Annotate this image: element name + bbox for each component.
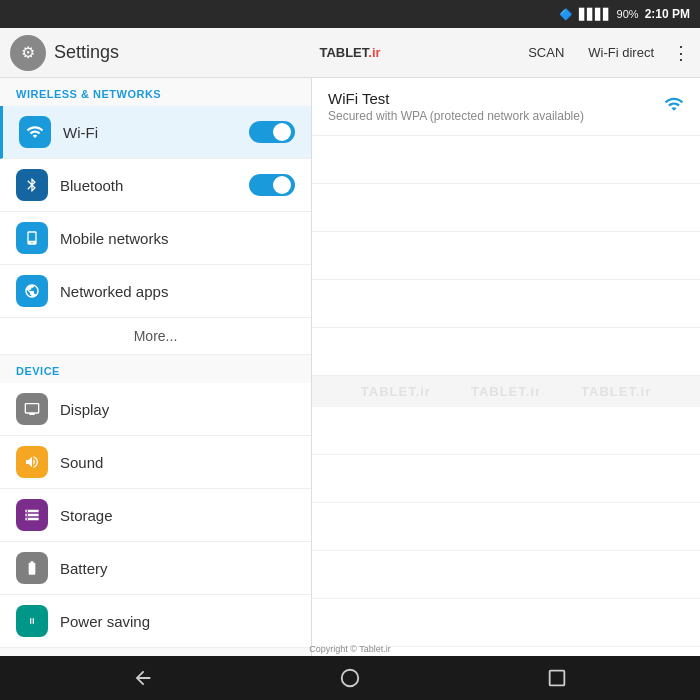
bottom-navigation: Copyright © Tablet.ir <box>0 656 700 700</box>
networked-apps-icon <box>16 275 48 307</box>
sidebar-item-storage[interactable]: Storage <box>0 489 311 542</box>
sound-icon <box>16 446 48 478</box>
content-spacer-3 <box>312 232 700 280</box>
sidebar-item-sound[interactable]: Sound <box>0 436 311 489</box>
wifi-network-item[interactable]: WiFi Test Secured with WPA (protected ne… <box>312 78 700 136</box>
sidebar-item-bluetooth-label: Bluetooth <box>60 177 249 194</box>
app-title-area: ⚙ Settings <box>10 35 522 71</box>
bluetooth-icon <box>16 169 48 201</box>
status-bar: 🔷 ▋▋▋▋ 90% 2:10 PM <box>0 0 700 28</box>
copyright-text: Copyright © Tablet.ir <box>309 644 391 654</box>
sidebar-item-mobile-networks[interactable]: Mobile networks <box>0 212 311 265</box>
display-icon <box>16 393 48 425</box>
section-header-wireless: WIRELESS & NETWORKS <box>0 78 311 106</box>
wifi-network-name: WiFi Test <box>328 90 664 107</box>
battery-indicator: 90% <box>617 8 639 20</box>
watermark-text-2: TABLET.ir <box>471 384 541 399</box>
content-panel: WiFi Test Secured with WPA (protected ne… <box>312 78 700 656</box>
wifi-signal-icon <box>664 94 684 119</box>
section-header-device: DEVICE <box>0 355 311 383</box>
content-spacer-7 <box>312 455 700 503</box>
more-wireless-button[interactable]: More... <box>0 318 311 355</box>
bluetooth-status-icon: 🔷 <box>559 8 573 21</box>
sidebar-item-power-saving-label: Power saving <box>60 613 295 630</box>
sidebar: WIRELESS & NETWORKS Wi-Fi Bluetooth Mob <box>0 78 312 656</box>
sidebar-item-wifi-label: Wi-Fi <box>63 124 249 141</box>
bluetooth-toggle-knob <box>273 176 291 194</box>
content-spacer-6 <box>312 407 700 455</box>
wifi-direct-button[interactable]: Wi-Fi direct <box>582 41 660 64</box>
sidebar-item-storage-label: Storage <box>60 507 295 524</box>
section-header-privacy: PRIVACY & SECURITY <box>0 648 311 656</box>
svg-rect-2 <box>549 671 564 686</box>
sidebar-item-battery-label: Battery <box>60 560 295 577</box>
wifi-toggle-knob <box>273 123 291 141</box>
home-button[interactable] <box>330 658 370 698</box>
more-options-button[interactable]: ⋮ <box>672 42 690 64</box>
more-wireless-label: More... <box>134 328 178 344</box>
content-spacer-8 <box>312 503 700 551</box>
sidebar-item-display[interactable]: Display <box>0 383 311 436</box>
back-button[interactable] <box>123 658 163 698</box>
top-bar: ⚙ Settings TABLET.ir SCAN Wi-Fi direct ⋮ <box>0 28 700 78</box>
content-spacer-10 <box>312 599 700 647</box>
content-spacer-2 <box>312 184 700 232</box>
bluetooth-toggle[interactable] <box>249 174 295 196</box>
watermark-text-1: TABLET.ir <box>361 384 431 399</box>
sidebar-item-networked-apps-label: Networked apps <box>60 283 295 300</box>
battery-icon <box>16 552 48 584</box>
tablet-logo: TABLET.ir <box>319 45 380 60</box>
wifi-icon <box>19 116 51 148</box>
sidebar-item-battery[interactable]: Battery <box>0 542 311 595</box>
status-time: 2:10 PM <box>645 7 690 21</box>
wifi-network-description: Secured with WPA (protected network avai… <box>328 109 664 123</box>
wifi-network-info: WiFi Test Secured with WPA (protected ne… <box>328 90 664 123</box>
sidebar-item-networked-apps[interactable]: Networked apps <box>0 265 311 318</box>
content-spacer-9 <box>312 551 700 599</box>
sidebar-item-wifi[interactable]: Wi-Fi <box>0 106 311 159</box>
storage-icon <box>16 499 48 531</box>
mobile-networks-icon <box>16 222 48 254</box>
watermark-area: TABLET.ir TABLET.ir TABLET.ir <box>312 376 700 407</box>
sidebar-item-mobile-networks-label: Mobile networks <box>60 230 295 247</box>
sidebar-item-display-label: Display <box>60 401 295 418</box>
app-title: Settings <box>54 42 119 63</box>
sidebar-item-bluetooth[interactable]: Bluetooth <box>0 159 311 212</box>
power-saving-icon <box>16 605 48 637</box>
tablet-logo-text: TABLET <box>319 45 368 60</box>
sidebar-item-sound-label: Sound <box>60 454 295 471</box>
content-spacer-5 <box>312 328 700 376</box>
watermark-text-3: TABLET.ir <box>581 384 651 399</box>
top-bar-actions: SCAN Wi-Fi direct ⋮ <box>522 41 690 64</box>
content-spacer-1 <box>312 136 700 184</box>
svg-point-1 <box>342 670 359 687</box>
content-spacer-4 <box>312 280 700 328</box>
signal-bars-icon: ▋▋▋▋ <box>579 8 611 21</box>
tablet-logo-domain: .ir <box>368 45 380 60</box>
wifi-toggle[interactable] <box>249 121 295 143</box>
settings-app-icon: ⚙ <box>10 35 46 71</box>
scan-button[interactable]: SCAN <box>522 41 570 64</box>
sidebar-item-power-saving[interactable]: Power saving <box>0 595 311 648</box>
recent-apps-button[interactable] <box>537 658 577 698</box>
main-layout: WIRELESS & NETWORKS Wi-Fi Bluetooth Mob <box>0 78 700 656</box>
